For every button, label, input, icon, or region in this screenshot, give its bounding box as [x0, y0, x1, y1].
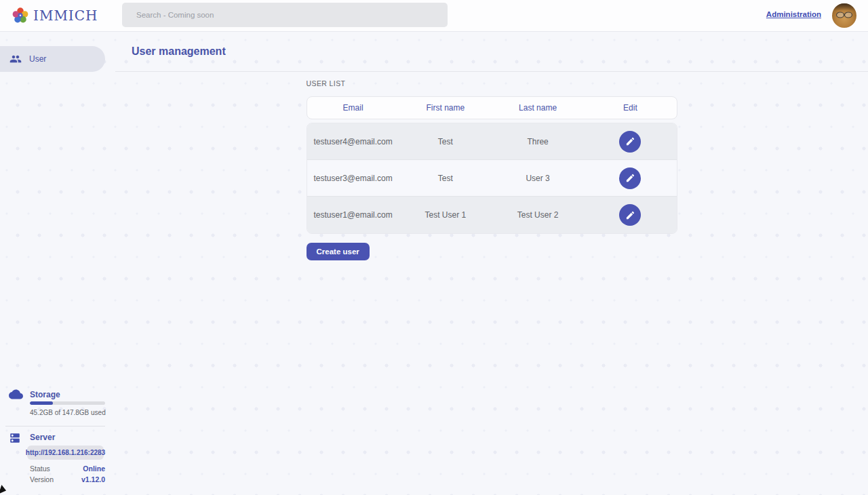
storage-progress-fill	[30, 401, 53, 405]
storage-title: Storage	[30, 390, 60, 399]
table-header: Email First name Last name Edit	[307, 96, 677, 119]
col-first-name: First name	[399, 103, 492, 113]
pencil-icon	[625, 173, 635, 183]
user-last-name: Three	[492, 137, 584, 146]
user-first-name: Test User 1	[399, 210, 492, 220]
app-brand[interactable]: IMMICH	[12, 7, 98, 24]
server-title: Server	[30, 433, 55, 442]
sidebar: User Storage 45.2GB of 147.8GB used Serv…	[0, 32, 115, 495]
page-title-bar: User management	[115, 32, 868, 72]
storage-progress-bar	[30, 401, 105, 405]
user-email: testuser1@email.com	[307, 210, 399, 220]
table-row: testuser3@email.com Test User 3	[307, 160, 677, 197]
search-input[interactable]	[122, 3, 448, 27]
glasses-photo	[835, 10, 854, 20]
pencil-icon	[625, 210, 635, 220]
status-label: Status	[30, 464, 50, 473]
app-background: User Storage 45.2GB of 147.8GB used Serv…	[0, 32, 868, 495]
pencil-icon	[625, 136, 635, 146]
user-list-section: USER LIST Email First name Last name Edi…	[307, 79, 677, 260]
server-icon	[9, 432, 21, 447]
edit-user-button[interactable]	[619, 167, 641, 189]
version-value: v1.12.0	[81, 475, 105, 483]
user-avatar[interactable]	[832, 3, 856, 28]
table-row: testuser4@email.com Test Three	[307, 123, 677, 160]
version-label: Version	[30, 475, 54, 483]
users-group-icon	[9, 53, 22, 65]
user-last-name: Test User 2	[492, 210, 584, 220]
col-email: Email	[307, 103, 399, 113]
main-panel: User management USER LIST Email First na…	[115, 32, 868, 495]
edit-user-button[interactable]	[619, 204, 641, 226]
section-label: USER LIST	[307, 79, 677, 87]
immich-logo-icon	[12, 7, 29, 24]
sidebar-item-user[interactable]: User	[0, 46, 105, 72]
cloud-icon	[9, 389, 23, 402]
user-first-name: Test	[399, 174, 492, 183]
top-bar: IMMICH Administration	[0, 0, 868, 32]
user-first-name: Test	[399, 137, 492, 146]
col-last-name: Last name	[492, 103, 584, 113]
sidebar-divider	[5, 426, 105, 427]
app-name: IMMICH	[33, 7, 98, 24]
storage-usage-text: 45.2GB of 147.8GB used	[30, 409, 106, 416]
sidebar-item-user-label: User	[29, 54, 46, 64]
table-row: testuser1@email.com Test User 1 Test Use…	[307, 197, 677, 233]
server-status-row: Status Online	[30, 464, 105, 473]
status-value: Online	[83, 464, 105, 473]
edit-user-button[interactable]	[619, 131, 641, 153]
user-table: testuser4@email.com Test Three testuser3…	[307, 123, 677, 234]
user-email: testuser3@email.com	[307, 174, 399, 183]
create-user-button[interactable]: Create user	[307, 243, 370, 260]
server-url-badge: http://192.168.1.216:2283	[27, 446, 104, 460]
server-version-row: Version v1.12.0	[30, 475, 105, 483]
page-title: User management	[132, 45, 226, 58]
administration-link[interactable]: Administration	[766, 10, 821, 18]
user-email: testuser4@email.com	[307, 137, 399, 146]
col-edit: Edit	[584, 103, 676, 113]
user-last-name: User 3	[492, 174, 584, 183]
